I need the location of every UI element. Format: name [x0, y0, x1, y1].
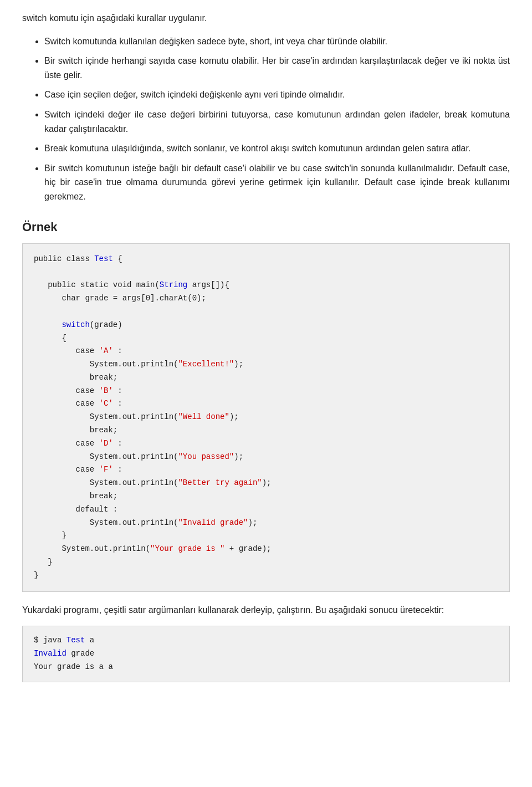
bullet-item-4: Switch içindeki değer ile case değeri bi… — [44, 108, 510, 136]
intro-text: switch komutu için aşağıdaki kurallar uy… — [22, 11, 510, 25]
code-block-main: public class Test { public static void m… — [22, 243, 510, 592]
bullet-item-6: Bir switch komutunun isteğe bağlı bir de… — [44, 161, 510, 204]
output-block: $ java Test a Invalid grade Your grade i… — [22, 626, 510, 682]
bullet-item-5: Break komutuna ulaşıldığında, switch son… — [44, 141, 510, 156]
example-title: Örnek — [22, 217, 510, 237]
bullet-item-2: Bir switch içinde herhangi sayıda case k… — [44, 54, 510, 82]
bullet-list: Switch komutunda kullanılan değişken sad… — [44, 34, 510, 204]
bullet-item-3: Case için seçilen değer, switch içindeki… — [44, 88, 510, 102]
bullet-item-1: Switch komutunda kullanılan değişken sad… — [44, 34, 510, 49]
conclusion-text: Yukardaki programı, çeşitli satır argüma… — [22, 603, 510, 617]
